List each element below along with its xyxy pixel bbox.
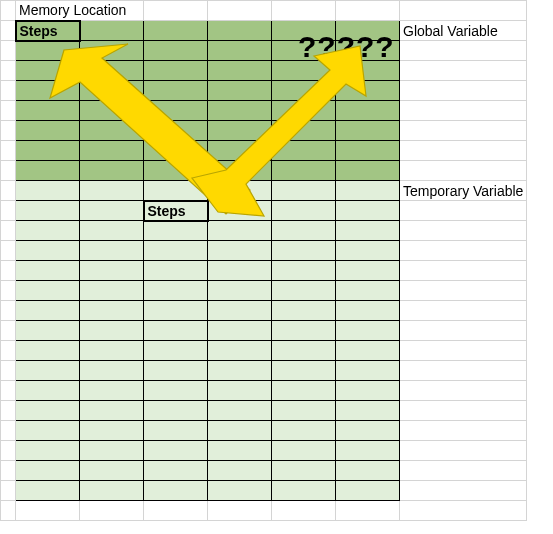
steps-cell-temporary: Steps [144,201,208,221]
page-title: Memory Location [16,1,144,21]
label-global-variable: Global Variable [400,21,527,41]
steps-cell-global: Steps [16,21,80,41]
label-temporary-variable: Temporary Variable [400,181,527,201]
spreadsheet-grid: Memory Location Steps Global Variable Te… [0,0,527,521]
